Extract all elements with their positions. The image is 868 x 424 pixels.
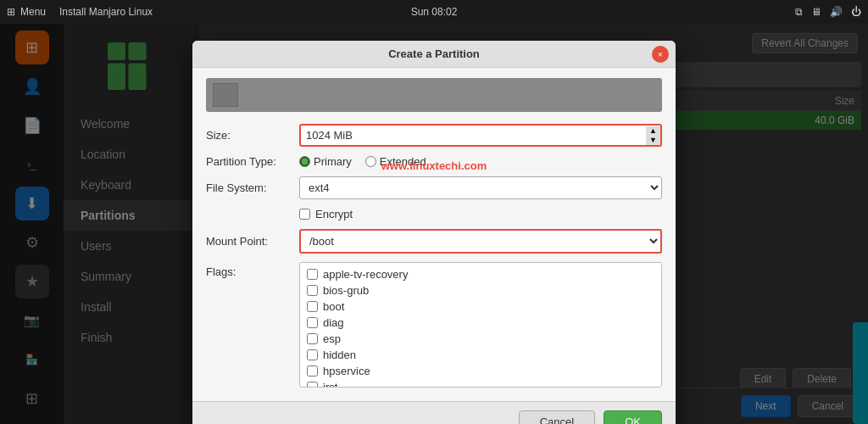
dialog-title: Create a Partition xyxy=(388,47,480,60)
filesystem-label: File System: xyxy=(206,181,299,194)
flag-checkbox-hpservice[interactable] xyxy=(307,365,318,377)
flag-label-apple-tv-recovery: apple-tv-recovery xyxy=(323,268,408,281)
size-spinner: ▲ ▼ xyxy=(646,124,660,147)
flags-list[interactable]: apple-tv-recovery bios-grub boot diag xyxy=(299,262,662,388)
power-icon[interactable]: ⏻ xyxy=(851,6,861,18)
dialog-ok-button[interactable]: OK xyxy=(604,410,662,424)
flag-label-hidden: hidden xyxy=(323,349,356,361)
radio-extended[interactable]: Extended xyxy=(365,155,426,168)
mount-point-label: Mount Point: xyxy=(206,235,299,248)
radio-extended-label: Extended xyxy=(380,155,426,168)
size-decrement[interactable]: ▼ xyxy=(646,136,660,145)
flags-section: Flags: apple-tv-recovery bios-grub boot xyxy=(206,262,662,388)
flag-diag[interactable]: diag xyxy=(303,315,658,331)
volume-icon[interactable]: 🔊 xyxy=(830,6,843,18)
disk-bar-segment xyxy=(213,83,238,107)
flag-checkbox-hidden[interactable] xyxy=(307,349,318,360)
radio-primary[interactable]: Primary xyxy=(299,155,352,168)
radio-primary-label: Primary xyxy=(314,155,352,168)
flag-checkbox-esp[interactable] xyxy=(307,333,318,344)
flag-checkbox-bios-grub[interactable] xyxy=(307,285,318,296)
size-label: Size: xyxy=(206,129,299,142)
dialog-titlebar: Create a Partition × xyxy=(192,41,676,68)
filesystem-row: File System: ext4 ext3 ext2 fat32 ntfs b… xyxy=(206,176,662,199)
encrypt-row: Encrypt xyxy=(206,208,662,220)
taskbar-menu[interactable]: ⊞ Menu xyxy=(7,6,46,18)
size-row: Size: ▲ ▼ xyxy=(206,124,662,147)
partition-type-row: Partition Type: Primary Extended xyxy=(206,155,662,168)
taskbar-clock: Sun 08:02 xyxy=(411,6,458,18)
dialog-footer: Cancel OK xyxy=(192,401,676,424)
flag-checkbox-apple-tv-recovery[interactable] xyxy=(307,269,318,280)
encrypt-label: Encrypt xyxy=(315,208,353,220)
taskbar-right-icons: ⧉ 🖥 🔊 ⏻ xyxy=(795,6,861,18)
flags-label: Flags: xyxy=(206,262,299,278)
flag-label-hpservice: hpservice xyxy=(323,365,370,377)
flag-boot[interactable]: boot xyxy=(303,298,658,315)
taskbar: ⊞ Menu Install Manjaro Linux Sun 08:02 ⧉… xyxy=(0,0,868,24)
create-partition-dialog: Create a Partition × www.linuxtechi.com … xyxy=(192,41,676,424)
flag-hpservice[interactable]: hpservice xyxy=(303,363,658,379)
flag-label-diag: diag xyxy=(323,316,344,329)
menu-grid-icon: ⊞ xyxy=(7,6,15,18)
taskbar-app-title: Install Manjaro Linux xyxy=(59,6,153,18)
window-tile-icon[interactable]: ⧉ xyxy=(795,6,803,18)
flag-label-bios-grub: bios-grub xyxy=(323,284,369,297)
mount-point-select-wrap: /boot / /home /var /tmp swap xyxy=(299,229,662,254)
partition-type-radio-group: Primary Extended xyxy=(299,155,426,168)
mount-point-row: Mount Point: /boot / /home /var /tmp swa… xyxy=(206,229,662,254)
flag-label-boot: boot xyxy=(323,300,344,313)
size-increment[interactable]: ▲ xyxy=(646,126,660,136)
flag-checkbox-boot[interactable] xyxy=(307,301,318,312)
flag-bios-grub[interactable]: bios-grub xyxy=(303,282,658,298)
monitor-icon[interactable]: 🖥 xyxy=(811,6,821,18)
flag-irst[interactable]: irst xyxy=(303,379,658,388)
flag-label-esp: esp xyxy=(323,332,341,345)
flag-apple-tv-recovery[interactable]: apple-tv-recovery xyxy=(303,266,658,282)
flag-checkbox-diag[interactable] xyxy=(307,317,318,328)
partition-type-label: Partition Type: xyxy=(206,155,299,168)
filesystem-select[interactable]: ext4 ext3 ext2 fat32 ntfs btrfs swap xyxy=(299,176,662,199)
flag-label-irst: irst xyxy=(323,381,337,388)
size-input[interactable] xyxy=(299,124,662,147)
flag-esp[interactable]: esp xyxy=(303,331,658,347)
flag-hidden[interactable]: hidden xyxy=(303,347,658,363)
dialog-cancel-button[interactable]: Cancel xyxy=(519,410,595,424)
disk-visual-bar xyxy=(206,78,662,112)
dialog-overlay: Create a Partition × www.linuxtechi.com … xyxy=(0,24,868,424)
size-input-wrap: ▲ ▼ xyxy=(299,124,662,147)
flag-checkbox-irst[interactable] xyxy=(307,382,318,388)
dialog-body: www.linuxtechi.com Size: ▲ ▼ Partition T… xyxy=(192,68,676,401)
encrypt-checkbox[interactable] xyxy=(299,209,310,220)
mount-point-select[interactable]: /boot / /home /var /tmp swap xyxy=(299,229,662,254)
menu-label: Menu xyxy=(20,6,46,18)
dialog-close-button[interactable]: × xyxy=(652,46,669,63)
